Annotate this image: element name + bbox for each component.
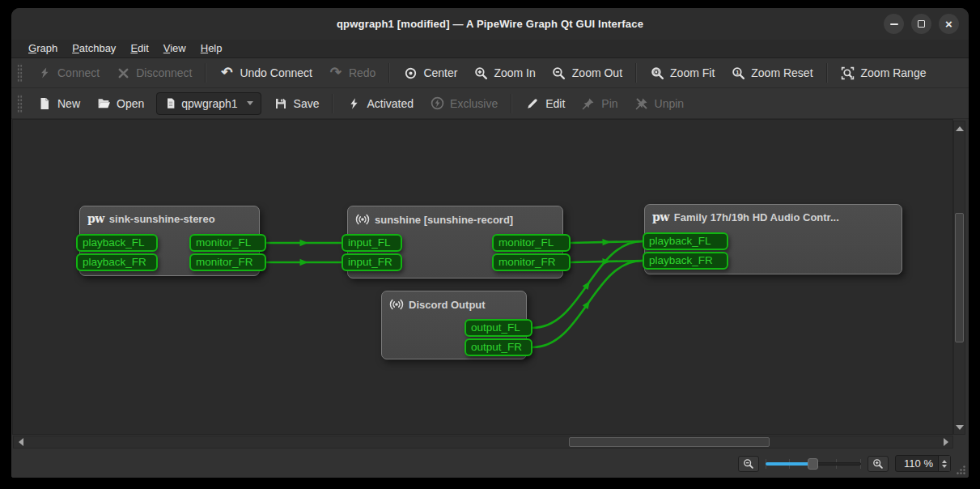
- port-output-fr[interactable]: output_FR: [465, 338, 532, 356]
- close-button[interactable]: ×: [939, 14, 959, 34]
- center-icon: [403, 66, 418, 80]
- connect-icon: [37, 66, 52, 80]
- center-button[interactable]: Center: [396, 62, 465, 84]
- toolbar-grip[interactable]: [17, 94, 23, 113]
- redo-button[interactable]: ↷Redo: [321, 62, 383, 84]
- toolbar-patchbay: NewOpenqpwgraph1SaveActivatedExclusiveEd…: [11, 88, 969, 119]
- port-input-fr[interactable]: input_FR: [342, 253, 402, 271]
- undo-connect-button[interactable]: ↶Undo Connect: [212, 62, 320, 84]
- zoom-slider[interactable]: [766, 456, 861, 472]
- zoom-in-button[interactable]: [868, 456, 889, 472]
- save-button[interactable]: Save: [266, 92, 327, 115]
- toolbar-button-label: Zoom Range: [861, 66, 927, 79]
- new-button[interactable]: New: [30, 92, 87, 115]
- patchbay-file-combobox[interactable]: qpwgraph1: [156, 92, 261, 115]
- zoom-out-button[interactable]: Zoom Out: [545, 62, 630, 84]
- scroll-down-button[interactable]: [954, 421, 965, 433]
- arrow-up-icon: [956, 126, 964, 131]
- scroll-up-button[interactable]: [954, 122, 965, 134]
- horizontal-scrollbar[interactable]: [13, 436, 953, 449]
- zoom-fit-icon: [650, 66, 664, 80]
- menu-help[interactable]: Help: [193, 40, 230, 57]
- open-icon: [96, 96, 111, 111]
- node-header: sunshine [sunshine-record]: [348, 206, 562, 232]
- minimize-icon: [890, 23, 898, 25]
- toolbar-button-label: Zoom In: [494, 66, 535, 79]
- new-icon: [37, 96, 52, 111]
- toolbar-button-label: Zoom Reset: [751, 66, 812, 79]
- zoom-value: 110 %: [896, 457, 938, 470]
- menu-patchbay[interactable]: Patchbay: [65, 40, 123, 57]
- port-monitor-fr[interactable]: monitor_FR: [492, 253, 571, 271]
- zoom-out-button[interactable]: [738, 456, 759, 472]
- port-monitor-fl[interactable]: monitor_FL: [492, 234, 571, 252]
- window-title: qpwgraph1 [modified] — A PipeWire Graph …: [337, 18, 643, 30]
- scroll-right-button[interactable]: [940, 436, 952, 448]
- maximize-button[interactable]: [911, 14, 931, 34]
- edit-button[interactable]: Edit: [518, 92, 572, 115]
- titlebar[interactable]: qpwgraph1 [modified] — A PipeWire Graph …: [11, 8, 969, 40]
- toolbar-separator: [511, 94, 512, 113]
- file-icon: [164, 96, 176, 111]
- toolbar-button-label: Pin: [601, 97, 617, 110]
- toolbar-button-label: Exclusive: [450, 97, 498, 110]
- graph-canvas[interactable]: pwsink-sunshine-stereoplayback_FLplaybac…: [12, 119, 953, 435]
- spin-up-icon: [942, 460, 947, 463]
- spin-down-icon: [942, 465, 947, 468]
- toolbar-grip[interactable]: [17, 63, 23, 83]
- port-playback-fl[interactable]: playback_FL: [643, 232, 728, 250]
- zoom-reset-button[interactable]: 1Zoom Reset: [723, 62, 820, 84]
- v-scroll-thumb[interactable]: [955, 213, 964, 342]
- node-title: Discord Output: [409, 299, 486, 311]
- port-playback-fr[interactable]: playback_FR: [643, 252, 728, 270]
- slider-handle[interactable]: [808, 458, 818, 470]
- zoom-out-icon: [743, 457, 755, 470]
- resize-grip-icon[interactable]: [956, 465, 966, 475]
- chevron-down-icon: [247, 101, 253, 105]
- spin-arrows[interactable]: [938, 456, 950, 471]
- toolbar-button-label: Open: [117, 97, 144, 110]
- port-output-fl[interactable]: output_FL: [465, 319, 532, 337]
- activated-button[interactable]: Activated: [339, 92, 421, 115]
- port-playback-fl[interactable]: playback_FL: [76, 234, 158, 252]
- port-input-fl[interactable]: input_FL: [342, 234, 402, 252]
- open-button[interactable]: Open: [89, 92, 151, 115]
- pin-button[interactable]: Pin: [574, 92, 625, 115]
- menu-graph[interactable]: Graph: [21, 40, 65, 57]
- pipewire-icon: pw: [652, 210, 669, 223]
- unpin-button[interactable]: Unpin: [627, 92, 692, 115]
- zoom-range-icon: [841, 66, 855, 80]
- toolbar-separator: [205, 63, 206, 83]
- zoom-spinbox[interactable]: 110 %: [895, 455, 951, 472]
- toolbar-button-label: Connect: [57, 66, 100, 79]
- menu-edit[interactable]: Edit: [123, 40, 155, 57]
- toolbar-button-label: Edit: [545, 97, 565, 110]
- port-playback-fr[interactable]: playback_FR: [76, 253, 158, 271]
- minimize-button[interactable]: [884, 14, 904, 34]
- h-scroll-thumb[interactable]: [569, 437, 770, 447]
- menu-view[interactable]: View: [156, 40, 193, 57]
- toolbar-button-label: Redo: [349, 66, 375, 79]
- zoom-fit-button[interactable]: Zoom Fit: [643, 62, 722, 84]
- statusbar: 110 %: [11, 449, 969, 478]
- zoom-range-button[interactable]: Zoom Range: [834, 62, 934, 84]
- exclusive-button[interactable]: Exclusive: [422, 92, 505, 115]
- zoom-in-button[interactable]: Zoom In: [466, 62, 542, 84]
- node-title: Family 17h/19h HD Audio Contr...: [674, 211, 839, 223]
- scroll-left-button[interactable]: [15, 436, 27, 448]
- zoom-out-icon: [552, 66, 566, 80]
- toolbar-separator: [388, 63, 390, 83]
- port-monitor-fl[interactable]: monitor_FL: [189, 234, 266, 252]
- port-monitor-fr[interactable]: monitor_FR: [189, 253, 266, 271]
- zoom-reset-icon: 1: [731, 66, 745, 80]
- zoom-in-icon: [473, 66, 488, 80]
- disconnect-button[interactable]: Disconnect: [108, 62, 199, 84]
- connection-arrow-icon: [300, 259, 308, 266]
- connection-arrow-icon: [602, 239, 610, 246]
- connect-button[interactable]: Connect: [30, 62, 107, 84]
- arrow-right-icon: [944, 438, 948, 446]
- vertical-scrollbar[interactable]: [953, 121, 965, 435]
- toolbar-button-label: Center: [423, 66, 457, 79]
- toolbar-button-label: Zoom Fit: [670, 66, 715, 79]
- redo-icon: ↷: [329, 66, 343, 80]
